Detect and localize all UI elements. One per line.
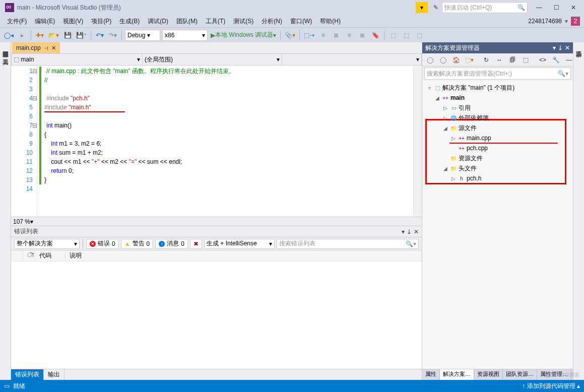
user-dropdown-icon[interactable]: ▾ — [565, 18, 568, 25]
se-showall-icon[interactable]: 🗐 — [507, 54, 518, 66]
solution-explorer-search[interactable]: 搜索解决方案资源管理器(Ctrl+;)🔍▾ — [424, 68, 571, 80]
feedback-icon[interactable]: ✎ — [430, 2, 442, 13]
error-list-header[interactable]: ৗ 代码 说明 — [11, 250, 422, 262]
user-id-label[interactable]: 2248174698 — [528, 18, 562, 25]
toolbar-comment-icon[interactable]: ≡ — [344, 30, 355, 41]
redo-button[interactable]: ↷▾ — [107, 30, 118, 41]
intellisense-filter-combo[interactable]: 生成 + IntelliSense▾ — [204, 239, 275, 249]
menu-edit[interactable]: 编辑(E) — [32, 16, 58, 27]
toolbar-attach-icon[interactable]: 📎▾ — [284, 30, 296, 41]
se-fwd-icon[interactable]: ◯ — [437, 54, 448, 66]
nav-member-combo[interactable]: ▾ — [282, 54, 421, 65]
messages-filter-chip[interactable]: i消息 0 — [155, 239, 188, 249]
toolbar-bookmark-icon[interactable]: 🔖 — [370, 30, 381, 41]
server-explorer-tab[interactable]: 服务器资源管理器 — [0, 44, 11, 48]
nav-back-button[interactable]: ◯◂ — [3, 30, 15, 41]
panel-pin-icon[interactable]: ⤓ — [407, 228, 412, 235]
toolbar-outdent-icon[interactable]: ≣ — [331, 30, 342, 41]
resource-view-tab[interactable]: 资源视图 — [474, 369, 503, 380]
toolbar-step-icon[interactable]: ⬚⇢ — [303, 30, 315, 41]
error-scope-combo[interactable]: 整个解决方案▾ — [14, 239, 80, 249]
se-preview-icon[interactable]: ⬚ — [520, 54, 531, 66]
tree-node[interactable]: ▷ ▭ 引用 — [422, 103, 573, 113]
code-editor[interactable]: 1234567891011121314 ⊟// main.cpp : 此文件包含… — [11, 66, 422, 217]
maximize-button[interactable]: ☐ — [548, 2, 565, 13]
se-collapse-icon[interactable]: ↔ — [494, 54, 505, 66]
se-home-icon[interactable]: 🏠 — [450, 54, 462, 66]
pin-icon[interactable]: ⊣ — [44, 45, 48, 51]
user-badge[interactable]: 2 — [571, 17, 580, 26]
properties-tab[interactable]: 属性 — [422, 369, 440, 380]
solution-explorer-title[interactable]: 解决方案资源管理器 ▾⤓✕ — [422, 42, 573, 53]
nav-type-combo[interactable]: (全局范围)▾ — [143, 54, 282, 65]
warnings-filter-chip[interactable]: ▲警告 0 — [121, 239, 154, 249]
panel-dropdown-icon[interactable]: ▾ — [553, 44, 556, 51]
solution-explorer-tab[interactable]: 解决方案… — [440, 369, 474, 380]
undo-button[interactable]: ↶▾ — [94, 30, 105, 41]
config-combo[interactable]: Debug▾ — [125, 30, 160, 41]
menu-project[interactable]: 项目(P) — [88, 16, 114, 27]
error-list-tab[interactable]: 错误列表 — [11, 369, 44, 380]
toolbar-indent-icon[interactable]: ≡ — [317, 30, 329, 41]
toolbox-tab[interactable]: 工具箱 — [0, 52, 11, 56]
open-file-button[interactable]: 📂▾ — [47, 30, 60, 41]
tree-node[interactable]: ++ pch.cpp — [422, 143, 573, 153]
errors-filter-chip[interactable]: ✕错误 0 — [86, 239, 119, 249]
save-all-button[interactable]: 💾⁺ — [75, 30, 88, 41]
toolbar-ext3-icon[interactable]: ⬚ — [414, 30, 425, 41]
se-refresh-icon[interactable]: ↻ — [481, 54, 492, 66]
minimize-button[interactable]: — — [531, 2, 548, 13]
document-tab-main[interactable]: main.cpp ⊣ ✕ — [12, 42, 60, 53]
nav-fwd-button[interactable]: ▸ — [17, 30, 28, 41]
nav-scope-combo[interactable]: ⬚ main▾ — [12, 54, 143, 65]
se-code-icon[interactable]: <> — [537, 54, 548, 66]
se-properties-icon[interactable]: 🔧 — [550, 54, 561, 66]
close-tab-icon[interactable]: ✕ — [51, 45, 56, 51]
build-filter-button[interactable]: ✖ — [190, 239, 202, 249]
se-sync-icon[interactable]: ⬚▾ — [464, 54, 475, 66]
error-list-body[interactable] — [11, 262, 422, 369]
start-debug-button[interactable]: ▶ 本地 Windows 调试器 ▾ — [210, 30, 277, 41]
tree-node[interactable]: ◢ 📁 源文件 — [422, 123, 573, 133]
error-search-input[interactable]: 搜索错误列表🔍▾ — [277, 239, 419, 249]
tree-node[interactable]: ▷ ++ main.cpp — [422, 133, 573, 143]
menu-file[interactable]: 文件(F) — [4, 16, 30, 27]
menu-window[interactable]: 窗口(W) — [287, 16, 315, 27]
menu-tools[interactable]: 工具(T) — [203, 16, 228, 27]
tree-node[interactable]: ◢ 📁 头文件 — [422, 163, 573, 173]
solution-tree[interactable]: ▿ ⬚ 解决方案 "main" (1 个项目) ◢ ++ main ▷ ▭ 引用… — [422, 81, 573, 369]
tree-node[interactable]: ◢ ++ main — [422, 93, 573, 103]
output-tab[interactable]: 输出 — [44, 369, 64, 380]
tree-node[interactable]: ▷ h pch.h — [422, 173, 573, 183]
se-back-icon[interactable]: ◯ — [424, 54, 435, 66]
menu-debug[interactable]: 调试(D) — [145, 16, 171, 27]
close-button[interactable]: ✕ — [565, 2, 582, 13]
notifications-flag-icon[interactable]: ▾ — [416, 2, 428, 13]
team-explorer-tab[interactable]: 团队资源… — [503, 369, 537, 380]
save-button[interactable]: 💾 — [62, 30, 73, 41]
menu-analyze[interactable]: 分析(N) — [258, 16, 285, 27]
menu-help[interactable]: 帮助(H) — [317, 16, 344, 27]
panel-dropdown-icon[interactable]: ▾ — [402, 228, 405, 235]
tree-node[interactable]: 📁 资源文件 — [422, 153, 573, 163]
tree-node[interactable]: ▷ 🌐 外部依赖项 — [422, 113, 573, 123]
editor-scrollbar[interactable] — [413, 66, 422, 217]
error-list-title-bar[interactable]: 错误列表 ▾⤓✕ — [11, 226, 422, 237]
toolbar-ext1-icon[interactable]: ⬚ — [387, 30, 399, 41]
new-project-button[interactable]: ✚▾ — [34, 30, 45, 41]
menu-test[interactable]: 测试(S) — [230, 16, 256, 27]
diagnostics-tab[interactable]: 诊断工具 — [573, 44, 584, 48]
menu-build[interactable]: 生成(B) — [116, 16, 143, 27]
tree-node[interactable]: ▿ ⬚ 解决方案 "main" (1 个项目) — [422, 83, 573, 93]
menu-view[interactable]: 视图(V) — [60, 16, 86, 27]
toolbar-ext2-icon[interactable]: ⬚ — [401, 30, 412, 41]
panel-pin-icon[interactable]: ⤓ — [558, 44, 563, 51]
menu-team[interactable]: 团队(M) — [173, 16, 201, 27]
quick-launch-input[interactable]: 快速启动 (Ctrl+Q) 🔍 — [442, 2, 528, 13]
zoom-combo[interactable]: 107 % ▾ — [11, 217, 422, 226]
platform-combo[interactable]: x86▾ — [162, 30, 208, 41]
panel-close-icon[interactable]: ✕ — [414, 228, 419, 235]
toolbar-uncomment-icon[interactable]: ≣ — [357, 30, 368, 41]
source-control-status[interactable]: ↑ 添加到源代码管理 ▴ — [522, 382, 580, 390]
panel-close-icon[interactable]: ✕ — [565, 44, 570, 51]
